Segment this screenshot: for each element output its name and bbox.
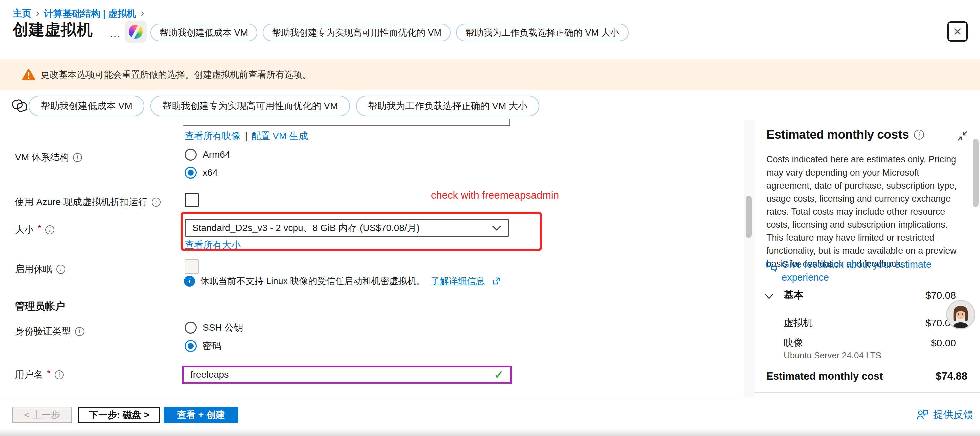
next-disks-button[interactable]: 下一步: 磁盘 > [78,407,160,423]
cost-item-vm: 虚拟机 $70.08 [766,316,956,330]
hibernate-info-text: 休眠当前不支持 Linux 映像的受信任启动和机密虚拟机。 [200,275,426,287]
radio-x64[interactable]: x64 [185,166,218,179]
azure-spot-checkbox[interactable] [185,193,199,207]
radio-ssh-label: SSH 公钥 [203,321,243,334]
link-separator: | [245,131,247,141]
radio-password[interactable]: 密码 [185,340,221,352]
copilot-icon [129,25,143,39]
cost-group-basic[interactable]: 基本 $70.08 [766,288,956,302]
radio-circle-icon [185,149,197,161]
configure-vm-generation-link[interactable]: 配置 VM 生成 [251,130,308,142]
info-icon[interactable]: i [75,327,84,336]
vm-architecture-label-text: VM 体系结构 [15,151,69,164]
warning-icon [22,69,35,81]
total-label: Estimated monthly cost [766,371,883,383]
warning-message: 更改基本选项可能会重置所做的选择。创建虚拟机前查看所有选项。 [41,69,311,81]
image-field-cutoff[interactable] [183,119,510,126]
radio-arm64[interactable]: Arm64 [185,149,230,161]
panel-scrollbar-thumb[interactable] [973,139,978,207]
required-asterisk: * [47,368,51,379]
radio-ssh-key[interactable]: SSH 公钥 [185,321,243,334]
cost-group-label: 基本 [784,288,803,302]
size-dropdown[interactable]: Standard_D2s_v3 - 2 vcpu、8 GiB 内存 (US$70… [185,219,509,237]
info-icon[interactable]: i [45,225,54,235]
required-asterisk: * [38,223,41,234]
panel-left-border [754,120,754,396]
feedback-person-icon [916,409,929,421]
estimate-feedback-link[interactable]: Give feedback about your estimate experi… [765,258,945,284]
external-link-icon [492,277,500,285]
divider [754,392,980,393]
info-filled-icon: i [184,276,195,287]
divider [754,362,980,363]
avatar[interactable] [946,300,975,329]
hibernate-label-text: 启用休眠 [15,263,52,276]
radio-selected-icon [185,166,197,179]
cost-item-label: 映像 [784,336,803,350]
hibernate-info-row: i 休眠当前不支持 Linux 映像的受信任启动和机密虚拟机。 了解详细信息 [184,275,500,287]
cost-item-label: 虚拟机 [784,316,813,330]
view-all-images-link[interactable]: 查看所有映像 [185,130,241,142]
breadcrumb-section[interactable]: 计算基础结构 | 虚拟机 [44,7,136,20]
estimate-feedback-label: Give feedback about your estimate experi… [781,258,945,284]
size-dropdown-value: Standard_D2s_v3 - 2 vcpu、8 GiB 内存 (US$70… [192,222,492,235]
username-value: freeleaps [190,369,494,380]
avatar-cartoon-icon [947,301,974,328]
warning-banner: 更改基本选项可能会重置所做的选择。创建虚拟机前查看所有选项。 [0,59,980,89]
chevron-down-icon [492,225,502,231]
chevron-right-icon: › [36,7,40,19]
info-icon[interactable]: i [56,265,65,274]
username-label: 用户名 * i [15,369,64,381]
suggestion-high-availability-vm[interactable]: 帮助我创建专为实现高可用性而优化的 VM [150,96,350,117]
hibernate-checkbox[interactable] [185,259,199,273]
info-icon[interactable]: i [152,198,161,207]
azure-spot-label-text: 使用 Azure 现成虚拟机折扣运行 [15,196,148,208]
give-feedback-link[interactable]: 提供反馈 [916,408,973,422]
copilot-button[interactable] [124,21,146,43]
previous-button[interactable]: < 上一步 [12,407,72,423]
info-icon[interactable]: i [73,153,82,162]
radio-selected-icon [185,340,197,352]
page-title: 创建虚拟机 [13,19,93,40]
main-scrollbar-thumb[interactable] [746,196,751,238]
cost-item-amount: $0.00 [931,337,956,349]
cost-item-image: 映像 $0.00 [766,336,956,350]
admin-account-section-title: 管理员帐户 [15,300,65,313]
review-create-button[interactable]: 查看 + 创建 [164,407,239,423]
breadcrumb-home[interactable]: 主页 [13,7,32,20]
suggestion-right-vm-size[interactable]: 帮助我为工作负载选择正确的 VM 大小 [356,96,540,117]
auth-type-label: 身份验证类型 i [15,325,84,338]
image-links: 查看所有映像 | 配置 VM 生成 [185,130,308,142]
collapse-panel-icon[interactable] [957,130,968,142]
close-button[interactable]: ✕ [947,21,968,42]
annotation-note: check with freemeapsadmin [431,189,559,201]
footer-divider [0,396,746,397]
cost-panel-title: Estimated monthly costs [766,128,908,142]
username-label-text: 用户名 [15,369,43,381]
chevron-right-icon: › [141,7,144,19]
info-icon[interactable]: i [55,371,64,380]
copilot-suggestions-row-2: 帮助我创建低成本 VM 帮助我创建专为实现高可用性而优化的 VM 帮助我为工作负… [29,96,539,117]
cost-disclaimer: Costs indicated here are estimates only.… [766,153,958,270]
total-amount: $74.88 [935,371,967,383]
suggestion-right-vm-size[interactable]: 帮助我为工作负载选择正确的 VM 大小 [456,24,628,42]
size-label: 大小 * i [15,224,54,236]
see-all-sizes-link[interactable]: 查看所有大小 [185,239,241,251]
copilot-suggestions-row: 帮助我创建低成本 VM 帮助我创建专为实现高可用性而优化的 VM 帮助我为工作负… [150,24,628,42]
give-feedback-label: 提供反馈 [933,408,973,422]
suggestion-high-availability-vm[interactable]: 帮助我创建专为实现高可用性而优化的 VM [262,24,450,42]
learn-more-link[interactable]: 了解详细信息 [431,275,485,287]
size-label-text: 大小 [15,224,34,236]
suggestion-low-cost-vm[interactable]: 帮助我创建低成本 VM [29,96,144,117]
breadcrumb: 主页 › 计算基础结构 | 虚拟机 › [13,7,144,20]
more-options-icon[interactable]: … [109,27,121,40]
cost-item-subtitle: Ubuntu Server 24.04 LTS [784,350,881,361]
valid-check-icon: ✓ [494,368,504,382]
copilot-outline-icon [10,96,29,115]
username-input[interactable]: freeleaps ✓ [182,366,512,384]
feedback-bubbles-icon [765,261,778,273]
suggestion-low-cost-vm[interactable]: 帮助我创建低成本 VM [150,24,257,42]
main-scrollbar-track[interactable] [743,120,754,397]
info-icon[interactable]: i [914,130,924,140]
close-icon: ✕ [953,25,962,38]
